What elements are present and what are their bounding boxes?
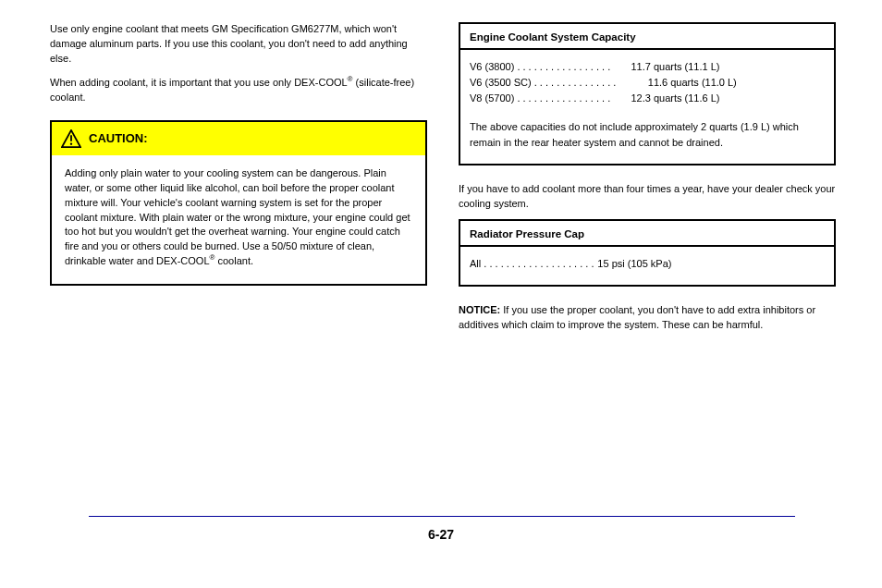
radiator-pressure-box: Radiator Pressure Cap All . . . . . . . … [459, 219, 836, 287]
caution-heading-text: CAUTION: [89, 131, 148, 145]
caution-heading-bar: CAUTION: [52, 122, 425, 155]
registered-mark-icon: ® [210, 254, 215, 263]
caution-box: CAUTION: Adding only plain water to your… [50, 120, 427, 287]
intro-use-only: Use only engine coolant that meets GM Sp… [50, 22, 427, 67]
svg-point-2 [70, 142, 72, 144]
capacity-row: V6 (3800) . . . . . . . . . . . . . . . … [470, 59, 825, 75]
radiator-pressure-heading: Radiator Pressure Cap [460, 221, 834, 247]
capacity-row: V8 (5700) . . . . . . . . . . . . . . . … [470, 91, 825, 106]
add-coolant-note: If you have to add coolant more than fou… [459, 182, 836, 212]
caution-body-text: Adding only plain water to your cooling … [65, 166, 412, 270]
registered-mark-icon: ® [348, 75, 353, 83]
footer-divider [89, 516, 795, 517]
pressure-row: All . . . . . . . . . . . . . . . . . . … [470, 256, 825, 272]
coolant-capacity-box: Engine Coolant System Capacity V6 (3800)… [459, 22, 836, 165]
capacity-row: V6 (3500 SC) . . . . . . . . . . . . . .… [470, 75, 825, 91]
page-number: 6-27 [0, 527, 882, 542]
notice-paragraph: NOTICE: If you use the proper coolant, y… [459, 303, 836, 333]
warning-triangle-icon [61, 129, 81, 148]
notice-label: NOTICE: [459, 304, 500, 315]
coolant-capacity-heading: Engine Coolant System Capacity [460, 24, 834, 50]
notice-text: If you use the proper coolant, you don't… [459, 304, 815, 330]
capacity-footnote: The above capacities do not include appr… [470, 119, 825, 151]
intro-when-adding: When adding coolant, it is important tha… [50, 76, 427, 105]
